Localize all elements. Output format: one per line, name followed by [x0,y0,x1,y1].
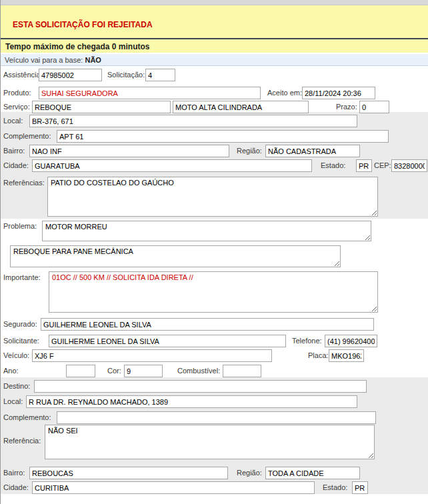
destino-label: Destino: [3,382,30,390]
solicitante-input[interactable] [49,335,286,347]
solicitante-label: Solicitante: [3,337,39,345]
referencias-label: Referências: [3,179,45,187]
local-destino-input[interactable] [26,395,357,408]
referencia-destino-textarea[interactable]: NÃO SEI [45,425,375,459]
telefone-label: Telefone: [292,337,322,345]
segurado-label: Segurado: [3,320,37,328]
importante-textarea[interactable]: 01OC // 500 KM // SOLICITA IDA DIRETA // [49,271,378,313]
cep-label: CEP: [374,161,391,169]
assistencia-input[interactable] [39,69,102,81]
vehicle-to-base-value: NÃO [85,56,101,64]
bairro-destino-input[interactable] [29,467,228,479]
estado-destino-input[interactable] [352,481,368,494]
problema-textarea[interactable]: MOTOR MORREU [42,221,371,241]
vehicle-to-base-text: Veículo vai para a base: NÃO [5,56,101,64]
segurado-input[interactable] [41,318,374,331]
cor-input[interactable] [124,365,163,377]
veiculo-label: Veículo: [3,351,29,359]
aceito-em-input[interactable] [302,87,375,99]
regiao-origem-label: Região: [237,147,262,155]
regiao-origem-input[interactable] [265,145,360,157]
ano-label: Ano: [3,367,19,375]
complemento-destino-label: Complemento: [3,413,51,421]
ano-input[interactable] [66,365,95,377]
referencia-destino-label: Referência: [3,437,41,445]
problema-extra-textarea[interactable]: REBOQUE PARA PANE MECÂNICA [10,245,341,267]
estado-origem-label: Estado: [321,161,345,169]
estado-origem-input[interactable] [356,159,372,172]
placa-label: Placa: [308,351,329,359]
cor-label: Cor: [107,367,121,375]
local-origem-input[interactable] [29,115,357,127]
bairro-origem-input[interactable] [29,145,229,157]
placa-input[interactable] [329,349,364,362]
vehicle-to-base-label: Veículo vai para a base: [5,56,83,64]
cidade-origem-input[interactable] [32,159,312,172]
max-arrival-time-bar: Tempo máximo de chegada 0 minutos [1,38,428,53]
solicitacao-input[interactable] [145,69,175,81]
local-destino-label: Local: [3,397,23,405]
problema-label: Problema: [3,222,37,230]
produto-label: Produto: [3,89,31,97]
combustivel-input[interactable] [223,365,261,377]
telefone-input[interactable] [325,335,377,347]
produto-input[interactable] [39,87,261,99]
prazo-input[interactable] [359,101,389,113]
servico-input[interactable] [32,101,171,113]
assistencia-label: Assistência: [3,71,43,79]
referencias-textarea[interactable]: PATIO DO COSTELAO DO GAÚCHO [47,177,378,217]
prazo-label: Prazo: [336,103,357,111]
combustivel-label: Combustível: [177,367,220,375]
top-strip [1,0,428,5]
rejected-banner: ESTA SOLICITAÇÃO FOI REJEITADA [1,5,428,38]
complemento-destino-input[interactable] [57,411,376,424]
bairro-origem-label: Bairro: [3,147,25,155]
vehicle-to-base-bar: Veículo vai para a base: NÃO [1,54,428,66]
servico-tipo-input[interactable] [173,101,309,113]
cidade-origem-label: Cidade: [3,161,29,169]
veiculo-input[interactable] [32,349,272,362]
max-arrival-time-text: Tempo máximo de chegada 0 minutos [5,42,150,51]
cidade-destino-label: Cidade: [3,483,29,491]
solicitacao-label: Solicitação: [107,71,145,79]
aceito-em-label: Aceito em: [267,89,302,97]
rejected-message: ESTA SOLICITAÇÃO FOI REJEITADA [13,20,153,29]
regiao-destino-input[interactable] [265,467,360,479]
assistance-request-form: ESTA SOLICITAÇÃO FOI REJEITADA Tempo máx… [0,0,428,504]
destino-input[interactable] [34,380,367,393]
complemento-origem-input[interactable] [57,130,389,143]
cep-input[interactable] [391,159,427,172]
servico-label: Serviço: [3,103,30,111]
bairro-destino-label: Bairro: [3,469,25,477]
complemento-origem-label: Complemento: [3,132,51,140]
cidade-destino-input[interactable] [32,481,315,494]
regiao-destino-label: Região: [237,469,262,477]
estado-destino-label: Estado: [323,483,347,491]
local-origem-label: Local: [3,117,23,125]
importante-label: Importante: [3,273,41,281]
